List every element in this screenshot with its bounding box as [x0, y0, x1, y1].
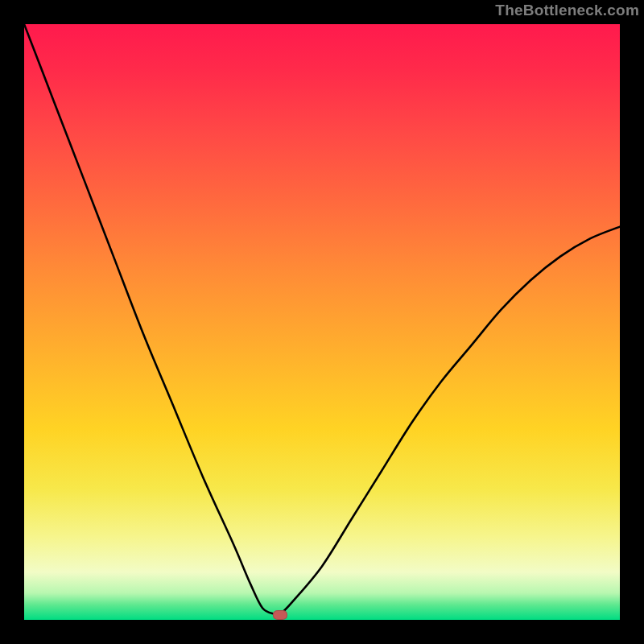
chart-stage: TheBottleneck.com	[0, 0, 644, 644]
optimal-marker	[273, 610, 287, 620]
bottleneck-curve	[24, 24, 620, 620]
watermark-text: TheBottleneck.com	[495, 2, 639, 19]
plot-area	[24, 24, 620, 620]
